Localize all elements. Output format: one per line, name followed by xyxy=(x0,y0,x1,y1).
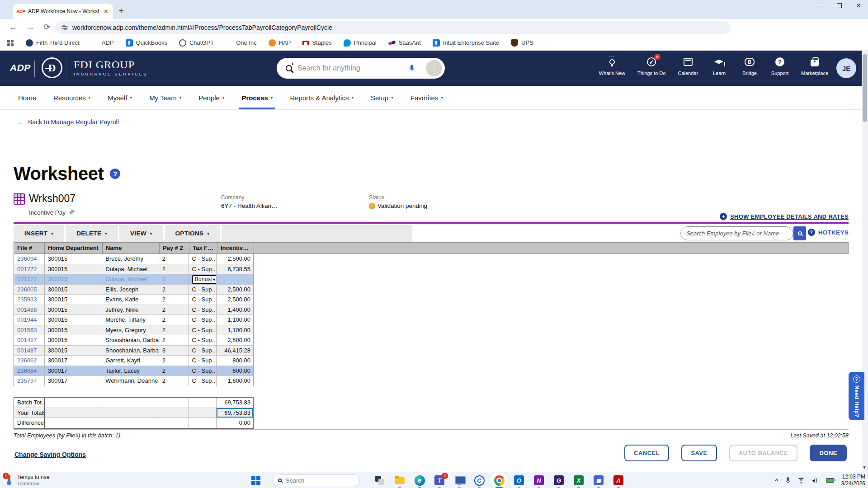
scroll-down-icon[interactable]: ▼ xyxy=(862,465,867,470)
bookmark-fifth-third-direct[interactable]: Fifth Third Direct xyxy=(26,39,80,47)
table-row[interactable]: 001772300015Dulapa, Michael2C - Sup…6,73… xyxy=(14,264,253,275)
taskbar-search-input[interactable] xyxy=(286,477,340,484)
insert-menu-button[interactable]: INSERT▾ xyxy=(14,225,66,242)
taskbar-app-teams[interactable]: T1 xyxy=(429,472,449,488)
taskbar-app-g-app[interactable]: G xyxy=(549,472,569,488)
tray-microphone-icon[interactable] xyxy=(786,477,790,484)
incentive-pay-cell[interactable]: 46,415.28 xyxy=(217,346,253,356)
taskbar-app-chrome[interactable] xyxy=(489,472,509,488)
nav-item-reports-analytics[interactable]: Reports & Analytics▾ xyxy=(290,86,354,109)
home-department-cell[interactable]: 300015 xyxy=(45,274,103,284)
home-department-cell[interactable]: 300015 xyxy=(45,254,103,264)
taskbar-app-file-explorer[interactable] xyxy=(390,472,410,488)
nav-item-resources[interactable]: Resources▾ xyxy=(53,86,90,109)
home-department-cell[interactable]: 300015 xyxy=(45,335,103,345)
home-department-cell[interactable]: 300017 xyxy=(45,376,103,386)
bookmark-hap[interactable]: HAP xyxy=(269,39,291,47)
pay-number-cell[interactable]: 2 xyxy=(159,285,189,295)
tax-frequency-cell[interactable]: C - Sup… xyxy=(189,254,217,264)
incentive-pay-cell[interactable] xyxy=(217,274,253,284)
file-number-link[interactable]: 236005 xyxy=(17,286,37,293)
taskbar-app-acrobat[interactable]: A xyxy=(609,472,628,488)
nav-item-favorites[interactable]: Favorites▾ xyxy=(410,86,443,109)
table-row[interactable]: 236005300015Ellis, Joseph2C - Sup…2,500.… xyxy=(14,285,253,295)
pay-number-cell[interactable]: 2 xyxy=(159,356,189,366)
tax-frequency-cell[interactable]: C - Sup… xyxy=(189,295,217,305)
address-bar[interactable]: workforcenow.adp.com/theme/admin.html#/P… xyxy=(55,21,731,34)
bookmark-principal[interactable]: Principal xyxy=(344,39,377,47)
nav-item-people[interactable]: People▾ xyxy=(198,86,224,109)
employee-name-cell[interactable]: Shooshanian, Barbara xyxy=(102,346,159,356)
header-icon-marketplace[interactable]: Marketplace xyxy=(801,56,828,76)
header-icon-support[interactable]: ?Support xyxy=(771,56,789,76)
tax-frequency-cell[interactable]: C - Sup… xyxy=(189,325,217,335)
incentive-pay-cell[interactable]: 1,100.00 xyxy=(217,315,253,325)
table-row[interactable]: 001944300015Morche, Tiffany2C - Sup…1,10… xyxy=(14,315,253,325)
tax-frequency-cell[interactable]: C - Sup… xyxy=(189,264,217,274)
tax-frequency-cell[interactable]: C - Sup… xyxy=(189,366,217,376)
employee-name-cell[interactable]: Taylor, Lacey xyxy=(102,366,159,376)
start-button[interactable] xyxy=(251,476,260,485)
pay-number-cell[interactable]: 2 xyxy=(159,264,189,274)
pay-number-cell[interactable]: 2 xyxy=(159,315,189,325)
header-icon-things-to-do[interactable]: ✓8Things to Do xyxy=(637,56,665,76)
bookmark-quickbooks[interactable]: QuickBooks xyxy=(126,39,167,47)
site-settings-icon[interactable] xyxy=(61,24,68,31)
bookmark-saasant[interactable]: SaasAnt xyxy=(388,39,421,46)
pay-number-cell[interactable]: 2 xyxy=(159,366,189,376)
nav-item-myself[interactable]: Myself▾ xyxy=(108,86,132,109)
tax-frequency-select[interactable]: Bonus▾ xyxy=(192,275,217,284)
file-number-link[interactable]: 001772 xyxy=(17,266,37,272)
back-to-payroll-link[interactable]: ← Back to Manage Regular Payroll xyxy=(18,118,119,126)
taskbar-search[interactable] xyxy=(272,474,360,486)
incentive-pay-cell[interactable]: 1,600.00 xyxy=(217,376,253,386)
pay-number-cell[interactable]: 2 xyxy=(159,376,189,386)
bookmark-chatgpt[interactable]: ChatGPT xyxy=(179,39,214,47)
incentive-pay-cell[interactable]: 2,500.00 xyxy=(217,254,253,264)
pay-number-cell[interactable]: 3 xyxy=(159,346,189,356)
pay-number-cell[interactable]: 2 xyxy=(159,295,189,305)
cancel-button[interactable]: CANCEL xyxy=(624,445,669,461)
tax-frequency-cell[interactable]: C - Sup… xyxy=(189,305,217,315)
tax-frequency-cell[interactable]: Bonus▾ xyxy=(189,274,217,284)
user-avatar[interactable]: JE xyxy=(836,58,856,78)
incentive-pay-cell[interactable]: 6,738.55 xyxy=(217,264,253,274)
pay-number-cell[interactable]: 2 xyxy=(159,254,189,264)
tax-frequency-cell[interactable]: C - Sup… xyxy=(189,315,217,325)
global-search[interactable]: ↑ xyxy=(277,58,445,79)
header-icon-whats-new[interactable]: What's New xyxy=(599,56,625,76)
tax-frequency-cell[interactable]: C - Sup… xyxy=(189,335,217,345)
tax-frequency-cell[interactable]: C - Sup… xyxy=(189,346,217,356)
tab-close-icon[interactable]: ✕ xyxy=(103,8,109,15)
window-close-icon[interactable]: ✕ xyxy=(855,2,862,9)
home-department-cell[interactable]: 300015 xyxy=(45,295,103,305)
new-tab-button[interactable]: + xyxy=(118,5,124,16)
pay-number-cell[interactable]: 2 xyxy=(159,335,189,345)
show-employee-details-link[interactable]: + SHOW EMPLOYEE DETAILS AND RATES xyxy=(720,213,849,220)
table-row[interactable]: 001487300015Shooshanian, Barbara3C - Sup… xyxy=(14,346,253,356)
file-number-link[interactable]: 001488 xyxy=(17,306,37,313)
file-number-link[interactable]: 236062 xyxy=(17,357,37,364)
refresh-icon[interactable]: ⟳ xyxy=(43,22,50,32)
auto-balance-button[interactable]: AUTO BALANCE xyxy=(729,445,798,461)
taskbar-app-remote-desktop[interactable] xyxy=(449,472,469,488)
employee-name-cell[interactable]: Myers, Gregory xyxy=(102,325,159,335)
delete-menu-button[interactable]: DELETE▾ xyxy=(66,225,119,242)
bookmark-intuit-enterprise-suite[interactable]: Intuit Enterprise Suite xyxy=(433,39,499,47)
incentive-pay-cell[interactable]: 600.00 xyxy=(217,366,253,376)
incentive-pay-cell[interactable]: 2,500.00 xyxy=(217,335,253,345)
file-number-link[interactable]: 001944 xyxy=(17,316,37,323)
tax-frequency-cell[interactable]: C - Sup… xyxy=(189,285,217,295)
bookmark-adp[interactable]: ADP xyxy=(91,39,114,47)
home-department-cell[interactable]: 300015 xyxy=(45,346,103,356)
incentive-pay-cell[interactable]: 800.00 xyxy=(217,356,253,366)
incentive-pay-cell[interactable]: 2,500.00 xyxy=(217,295,253,305)
incentive-pay-cell[interactable]: 1,400.00 xyxy=(217,305,253,315)
taskbar-app-copilot[interactable]: C xyxy=(469,472,489,488)
nav-item-process[interactable]: Process▾ xyxy=(241,86,273,109)
header-icon-learn[interactable]: Learn xyxy=(710,56,728,76)
incentive-pay-cell[interactable]: 1,100.00 xyxy=(217,325,253,335)
employee-name-cell[interactable]: Dulapa, Michael xyxy=(102,274,159,284)
scrollbar-thumb[interactable] xyxy=(863,54,867,122)
change-saving-options-link[interactable]: Change Saving Options xyxy=(14,451,86,458)
